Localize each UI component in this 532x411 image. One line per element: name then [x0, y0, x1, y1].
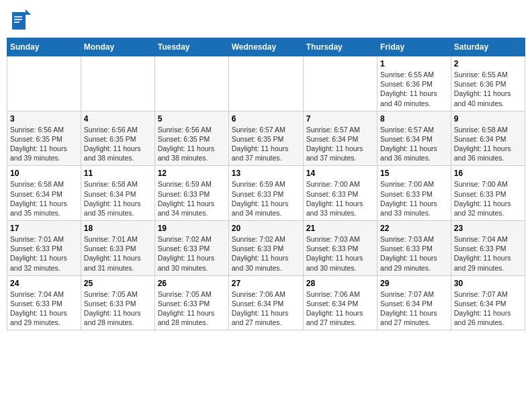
calendar-cell: 3Sunrise: 6:56 AMSunset: 6:35 PMDaylight… — [7, 111, 81, 166]
calendar-table: SundayMondayTuesdayWednesdayThursdayFrid… — [7, 38, 525, 330]
day-number: 13 — [232, 169, 300, 178]
day-info: Sunrise: 6:59 AMSunset: 6:33 PMDaylight:… — [158, 179, 226, 218]
day-number: 1 — [380, 59, 448, 68]
day-number: 25 — [84, 279, 152, 288]
day-info: Sunrise: 6:58 AMSunset: 6:34 PMDaylight:… — [84, 179, 152, 218]
day-number: 5 — [158, 114, 226, 124]
day-info: Sunrise: 6:57 AMSunset: 6:35 PMDaylight:… — [232, 125, 300, 163]
svg-rect-0 — [12, 12, 26, 30]
day-info: Sunrise: 6:57 AMSunset: 6:34 PMDaylight:… — [306, 125, 374, 163]
calendar-cell: 29Sunrise: 7:07 AMSunset: 6:34 PMDayligh… — [378, 275, 451, 330]
calendar-header-monday: Monday — [81, 38, 154, 56]
calendar-cell: 17Sunrise: 7:01 AMSunset: 6:33 PMDayligh… — [7, 221, 81, 276]
calendar-week-4: 17Sunrise: 7:01 AMSunset: 6:33 PMDayligh… — [7, 221, 525, 276]
calendar-cell — [7, 56, 81, 111]
day-info: Sunrise: 7:04 AMSunset: 6:33 PMDaylight:… — [10, 289, 78, 328]
day-number: 18 — [84, 224, 152, 233]
calendar-cell: 26Sunrise: 7:05 AMSunset: 6:33 PMDayligh… — [154, 275, 228, 330]
calendar-header-row: SundayMondayTuesdayWednesdayThursdayFrid… — [7, 38, 525, 56]
day-info: Sunrise: 7:00 AMSunset: 6:33 PMDaylight:… — [454, 179, 522, 218]
svg-marker-2 — [26, 9, 31, 15]
calendar-cell: 23Sunrise: 7:04 AMSunset: 6:33 PMDayligh… — [451, 221, 525, 276]
calendar-cell: 21Sunrise: 7:03 AMSunset: 6:33 PMDayligh… — [303, 221, 377, 276]
day-number: 26 — [158, 279, 226, 288]
calendar-cell: 16Sunrise: 7:00 AMSunset: 6:33 PMDayligh… — [451, 166, 525, 221]
day-number: 21 — [306, 224, 374, 233]
day-number: 28 — [306, 279, 374, 288]
day-number: 27 — [232, 279, 300, 288]
logo-icon — [12, 9, 28, 30]
day-number: 22 — [380, 224, 448, 233]
day-info: Sunrise: 6:56 AMSunset: 6:35 PMDaylight:… — [10, 125, 78, 163]
calendar-cell: 28Sunrise: 7:06 AMSunset: 6:34 PMDayligh… — [303, 275, 377, 330]
calendar-cell: 8Sunrise: 6:57 AMSunset: 6:34 PMDaylight… — [378, 111, 451, 166]
day-info: Sunrise: 6:55 AMSunset: 6:36 PMDaylight:… — [454, 70, 522, 108]
calendar-header-thursday: Thursday — [303, 38, 377, 56]
calendar-cell: 2Sunrise: 6:55 AMSunset: 6:36 PMDaylight… — [451, 56, 525, 111]
calendar-cell: 1Sunrise: 6:55 AMSunset: 6:36 PMDaylight… — [378, 56, 451, 111]
calendar-cell: 22Sunrise: 7:03 AMSunset: 6:33 PMDayligh… — [378, 221, 451, 276]
calendar-cell: 25Sunrise: 7:05 AMSunset: 6:33 PMDayligh… — [81, 275, 154, 330]
day-info: Sunrise: 7:01 AMSunset: 6:33 PMDaylight:… — [84, 234, 152, 273]
day-number: 3 — [10, 114, 78, 124]
calendar-header-friday: Friday — [378, 38, 451, 56]
calendar-week-3: 10Sunrise: 6:58 AMSunset: 6:34 PMDayligh… — [7, 166, 525, 221]
calendar-cell — [154, 56, 228, 111]
day-number: 9 — [454, 114, 522, 124]
calendar-cell — [81, 56, 154, 111]
calendar-cell: 12Sunrise: 6:59 AMSunset: 6:33 PMDayligh… — [154, 166, 228, 221]
calendar-header-wednesday: Wednesday — [228, 38, 303, 56]
day-number: 14 — [306, 169, 374, 178]
calendar-cell: 15Sunrise: 7:00 AMSunset: 6:33 PMDayligh… — [378, 166, 451, 221]
calendar-cell — [228, 56, 303, 111]
calendar-header-tuesday: Tuesday — [154, 38, 228, 56]
calendar-cell: 24Sunrise: 7:04 AMSunset: 6:33 PMDayligh… — [7, 275, 81, 330]
page-header — [7, 7, 525, 32]
day-info: Sunrise: 7:01 AMSunset: 6:33 PMDaylight:… — [10, 234, 78, 273]
calendar-cell: 6Sunrise: 6:57 AMSunset: 6:35 PMDaylight… — [228, 111, 303, 166]
calendar-cell: 20Sunrise: 7:02 AMSunset: 6:33 PMDayligh… — [228, 221, 303, 276]
day-info: Sunrise: 6:55 AMSunset: 6:36 PMDaylight:… — [380, 70, 448, 108]
svg-rect-5 — [14, 21, 19, 23]
day-info: Sunrise: 7:04 AMSunset: 6:33 PMDaylight:… — [454, 234, 522, 273]
day-info: Sunrise: 7:02 AMSunset: 6:33 PMDaylight:… — [232, 234, 300, 273]
logo — [12, 9, 31, 30]
day-number: 7 — [306, 114, 374, 124]
calendar-cell: 19Sunrise: 7:02 AMSunset: 6:33 PMDayligh… — [154, 221, 228, 276]
day-number: 16 — [454, 169, 522, 178]
calendar-week-2: 3Sunrise: 6:56 AMSunset: 6:35 PMDaylight… — [7, 111, 525, 166]
day-info: Sunrise: 7:07 AMSunset: 6:34 PMDaylight:… — [380, 289, 448, 328]
day-info: Sunrise: 6:58 AMSunset: 6:34 PMDaylight:… — [10, 179, 78, 218]
calendar-cell: 13Sunrise: 6:59 AMSunset: 6:33 PMDayligh… — [228, 166, 303, 221]
day-info: Sunrise: 7:05 AMSunset: 6:33 PMDaylight:… — [158, 289, 226, 328]
day-info: Sunrise: 7:03 AMSunset: 6:33 PMDaylight:… — [380, 234, 448, 273]
day-number: 10 — [10, 169, 78, 178]
svg-rect-4 — [14, 19, 22, 20]
calendar-cell: 27Sunrise: 7:06 AMSunset: 6:34 PMDayligh… — [228, 275, 303, 330]
day-number: 6 — [232, 114, 300, 124]
day-info: Sunrise: 6:56 AMSunset: 6:35 PMDaylight:… — [158, 125, 226, 163]
day-number: 20 — [232, 224, 300, 233]
calendar-cell: 30Sunrise: 7:07 AMSunset: 6:34 PMDayligh… — [451, 275, 525, 330]
day-number: 30 — [454, 279, 522, 288]
day-info: Sunrise: 7:05 AMSunset: 6:33 PMDaylight:… — [84, 289, 152, 328]
calendar-cell: 18Sunrise: 7:01 AMSunset: 6:33 PMDayligh… — [81, 221, 154, 276]
calendar-cell: 10Sunrise: 6:58 AMSunset: 6:34 PMDayligh… — [7, 166, 81, 221]
day-number: 12 — [158, 169, 226, 178]
calendar-week-1: 1Sunrise: 6:55 AMSunset: 6:36 PMDaylight… — [7, 56, 525, 111]
svg-rect-3 — [14, 16, 22, 17]
day-info: Sunrise: 7:00 AMSunset: 6:33 PMDaylight:… — [380, 179, 448, 218]
calendar-week-5: 24Sunrise: 7:04 AMSunset: 6:33 PMDayligh… — [7, 275, 525, 330]
day-info: Sunrise: 7:07 AMSunset: 6:34 PMDaylight:… — [454, 289, 522, 328]
day-number: 29 — [380, 279, 448, 288]
calendar-cell: 11Sunrise: 6:58 AMSunset: 6:34 PMDayligh… — [81, 166, 154, 221]
day-info: Sunrise: 7:06 AMSunset: 6:34 PMDaylight:… — [306, 289, 374, 328]
day-info: Sunrise: 7:02 AMSunset: 6:33 PMDaylight:… — [158, 234, 226, 273]
calendar-cell: 9Sunrise: 6:58 AMSunset: 6:34 PMDaylight… — [451, 111, 525, 166]
calendar-header-sunday: Sunday — [7, 38, 81, 56]
calendar-cell: 7Sunrise: 6:57 AMSunset: 6:34 PMDaylight… — [303, 111, 377, 166]
day-info: Sunrise: 6:57 AMSunset: 6:34 PMDaylight:… — [380, 125, 448, 163]
day-info: Sunrise: 6:58 AMSunset: 6:34 PMDaylight:… — [454, 125, 522, 163]
day-number: 23 — [454, 224, 522, 233]
day-number: 24 — [10, 279, 78, 288]
